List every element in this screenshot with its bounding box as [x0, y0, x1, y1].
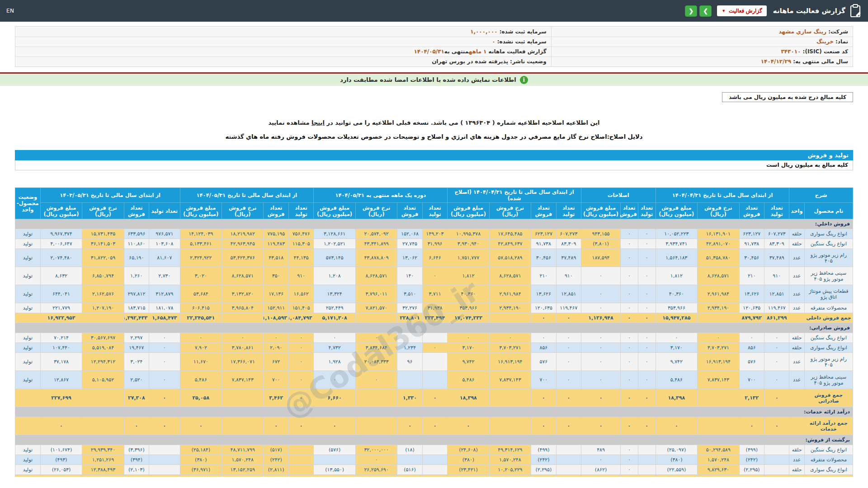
- value-cell: ۰: [620, 353, 638, 371]
- language-toggle-en[interactable]: EN: [6, 8, 14, 14]
- status-cell: تولید: [15, 229, 41, 239]
- value-cell: ۲۲۳,۴۹۴: [422, 313, 447, 323]
- unit-cell: حلقه: [789, 343, 804, 353]
- status-cell: تولید: [15, 455, 41, 465]
- value-cell: ۲۰,۵۷۴,۰۹۲: [355, 229, 397, 239]
- value-cell: ۹۱۰: [288, 267, 313, 285]
- value-cell: ۵,۱۳۳,۴۶۱: [180, 239, 222, 249]
- value-cell: ۰: [448, 333, 489, 343]
- value-cell: ۰: [288, 417, 313, 435]
- value-cell: ۵۳,۴۲۴,۳۷۶: [222, 249, 263, 267]
- info-value: پذیرفته شده در بورس تهران: [432, 58, 508, 65]
- unit-cell: عدد: [789, 353, 804, 371]
- previous-report-button[interactable]: ❮: [685, 5, 697, 17]
- value-cell: [638, 455, 656, 465]
- value-cell: (۲۴۲): [739, 455, 764, 465]
- value-cell: ۱,۲۰۷,۱۹۰: [82, 303, 124, 313]
- value-cell: ۳,۷۹۶,۰۱۱: [355, 285, 397, 303]
- value-cell: ۳۱,۹۹۶: [422, 239, 447, 249]
- value-cell: ۳۲,۰۰۰,۰۰۰: [355, 445, 397, 455]
- value-cell: ۱۲,۸۶۷: [40, 371, 82, 389]
- value-cell: ۲۲۱,۷۷۹: [40, 303, 82, 313]
- column-group-header: دوره یک ماهه منتهی به ۱۴۰۴/۰۵/۳۱: [314, 188, 448, 203]
- value-cell: ۰: [556, 371, 581, 389]
- value-cell: ۰: [764, 417, 789, 435]
- value-cell: ۷,۸۳۷,۱۴۳: [222, 371, 263, 389]
- info-label: سرمایه ثبت نشده:: [495, 38, 547, 45]
- section-label: درآمد ارائه خدمات:: [15, 407, 853, 417]
- value-cell: ۰: [620, 239, 638, 249]
- unit-cell: عدد: [789, 267, 804, 285]
- value-cell: ۰: [180, 417, 222, 435]
- value-cell: ۰: [556, 333, 581, 343]
- value-cell: [149, 455, 180, 465]
- company-info-cell: سال مالی منتهی به: ۱۴۰۴/۱۲/۲۹: [551, 56, 853, 66]
- info-label: شرکت:: [826, 28, 848, 35]
- status-cell: تولید: [15, 267, 41, 285]
- value-cell: [149, 445, 180, 455]
- unit-cell: [789, 417, 804, 435]
- value-cell: ۹,۷۴۲: [656, 353, 697, 371]
- status-cell: تولید: [15, 303, 41, 313]
- value-cell: ۹,۸۲۹,۶۳۰: [698, 465, 739, 475]
- value-cell: ۴,۰۰۶,۶۴۷: [40, 239, 82, 249]
- column-subheader: مبلغ فروش (میلیون ریال): [656, 203, 697, 219]
- value-cell: ۰: [288, 389, 313, 407]
- value-cell: ۳۲,۲۷۶: [397, 303, 422, 313]
- info-value: ۱۴۰۴/۱۲/۲۹: [761, 58, 791, 65]
- value-cell: ۱۵,۹۴۷,۲۸۵: [656, 313, 697, 323]
- value-cell: ۱۳,۱۵۲,۲۵۹: [222, 465, 263, 475]
- status-cell: تولید: [15, 285, 41, 303]
- value-cell: [288, 465, 313, 475]
- signature-match-bar: i اطلاعات نمایش داده شده با اطلاعات امضا…: [0, 74, 868, 86]
- value-cell: ۱,۰۸۴,۷۹۳: [288, 313, 313, 323]
- value-cell: ۰: [620, 445, 638, 455]
- sum-row: جمع برگشت از فروش(۳,۰۳۶)(۴۸,۰۳۶)۰(۳۷۳)(۳…: [15, 475, 853, 477]
- value-cell: ۰: [764, 371, 789, 389]
- value-cell: ۱,۵۷۰,۲۴۸: [698, 455, 739, 465]
- value-cell: ۰: [638, 303, 656, 313]
- product-name-cell: محصولات متفرقه: [804, 303, 853, 313]
- value-cell: ۰: [314, 417, 355, 435]
- value-cell: ۵۷۳,۱۴۵: [314, 249, 355, 267]
- value-cell: ۱,۲۹۲,۴۳۳: [124, 313, 149, 323]
- value-cell: ۰: [556, 353, 581, 371]
- report-type-dropdown[interactable]: گزارش فعالیت ▼: [717, 5, 767, 16]
- value-cell: ۶۷۲: [264, 353, 288, 371]
- value-cell: ۱۸۱,۰۷۸: [149, 303, 180, 313]
- value-cell: ۶۰۶,۴۱۵: [180, 303, 222, 313]
- value-cell: [556, 445, 581, 455]
- value-cell: [698, 389, 739, 407]
- value-cell: ۲۹۷,۸۱۲: [124, 285, 149, 303]
- value-cell: [397, 371, 422, 389]
- value-cell: ۲,۳۲۴,۹۲۲: [180, 249, 222, 267]
- next-report-button[interactable]: ❯: [699, 5, 712, 17]
- value-cell: ۶۳۳,۵۹۶: [124, 229, 149, 239]
- value-cell: ۱۴۹,۲۰۳: [422, 229, 447, 239]
- unit-cell: عدد: [789, 303, 804, 313]
- value-cell: ۳,۷۸۰,۸۶۱: [222, 343, 263, 353]
- status-cell: تولید: [15, 239, 41, 249]
- value-cell: ۰: [620, 371, 638, 389]
- info-value: رینگ سازي مشهد: [778, 28, 826, 35]
- value-cell: [222, 417, 263, 435]
- section-label: فروش داخلي:: [15, 219, 853, 229]
- status-cell: تولید: [15, 371, 41, 389]
- value-cell: ۷۰۰: [264, 371, 288, 389]
- value-cell: ۱۲,۲۹۴,۳۱۲: [82, 353, 124, 371]
- previous-version-link[interactable]: اینجا: [311, 119, 325, 126]
- table-row: انواع رینگ سنگینحلقه(۴۹۹)۵۰,۲۹۴,۵۸۹(۲۵,۰…: [15, 445, 853, 455]
- value-cell: ۲۶,۲۵۹,۶۹۰: [355, 465, 397, 475]
- value-cell: [489, 475, 531, 477]
- value-cell: [422, 333, 447, 343]
- value-cell: ۰: [531, 417, 556, 435]
- value-cell: ۹,۷۴۲: [448, 353, 489, 371]
- value-cell: ۳,۱۷۰: [656, 343, 697, 353]
- product-name-cell: سینی محافظ زیر موتور پژو ۴۰۵: [804, 371, 853, 389]
- value-cell: ۰: [638, 353, 656, 371]
- value-cell: ۱,۵۶۴,۱۸۳: [656, 249, 697, 267]
- product-name-cell: انواع رینگ سواری: [804, 229, 853, 239]
- value-cell: ۰: [764, 333, 789, 343]
- signature-match-text: اطلاعات نمایش داده شده با اطلاعات امضا ش…: [340, 76, 516, 83]
- value-cell: [698, 313, 739, 323]
